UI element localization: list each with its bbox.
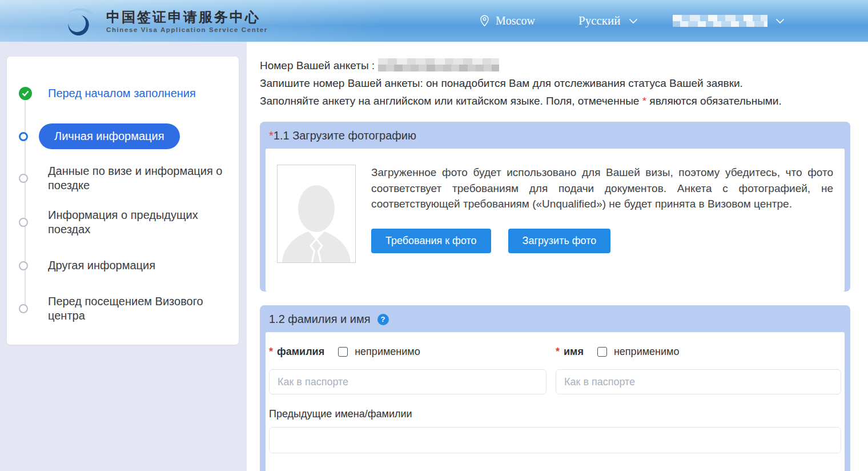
steps-card: Перед началом заполнения Личная информац… (7, 57, 239, 345)
chevron-down-icon (629, 18, 638, 24)
note-track-status: Запишите номер Вашей анкеты: он понадоби… (260, 74, 868, 92)
step-label: Перед началом заполнения (48, 86, 196, 101)
photo-buttons-row: Требования к фото Загрузить фото (371, 229, 833, 253)
photo-upload-info: Загруженное фото будет использовано для … (371, 165, 833, 263)
given-name-label: имя (564, 346, 584, 358)
given-name-not-applicable-checkbox[interactable] (597, 347, 607, 357)
language-label: Русский (578, 14, 621, 28)
location-selector[interactable]: Moscow (480, 0, 535, 42)
form-number-line: Номер Вашей анкеты : (260, 57, 868, 74)
step-todo-circle-icon (19, 218, 28, 227)
previous-names-label: Предыдущие имена/фамилии (269, 408, 841, 420)
logo-swirl-icon (62, 6, 98, 36)
top-header: 中国签证申请服务中心 Chinese Visa Application Serv… (0, 0, 868, 42)
section-photo-header: *1.1 Загрузите фотографию (260, 122, 850, 149)
given-name-column: * имя неприменимо (556, 346, 841, 394)
sidebar-step-previous-trips[interactable]: Информация о предыдущих поездах (7, 208, 239, 237)
form-number-label: Номер Вашей анкеты : (260, 59, 375, 71)
steps-list: Перед началом заполнения Личная информац… (7, 57, 239, 323)
surname-column: * фамилия неприменимо (269, 346, 546, 394)
required-asterisk: * (269, 346, 273, 358)
section-photo-title: 1.1 Загрузите фотографию (274, 129, 416, 142)
required-asterisk: * (556, 346, 560, 358)
required-asterisk: * (642, 95, 646, 107)
previous-names-input[interactable] (269, 427, 841, 453)
logo-title-zh: 中国签证申请服务中心 (106, 10, 268, 25)
step-label: Другая информация (48, 258, 155, 273)
sidebar-step-before-filling[interactable]: Перед началом заполнения (7, 86, 239, 101)
given-name-input[interactable] (556, 369, 841, 394)
active-step-pill: Личная информация (39, 123, 180, 149)
step-todo-circle-icon (19, 261, 28, 270)
photo-description: Загруженное фото будет использовано для … (371, 165, 833, 212)
given-name-label-row: * имя неприменимо (556, 346, 841, 358)
note-language-requirement: Заполняйте анкету на английском или кита… (260, 92, 868, 110)
sidebar-column: Перед началом заполнения Личная информац… (0, 42, 247, 471)
cvasc-logo: 中国签证申请服务中心 Chinese Visa Application Serv… (62, 6, 268, 36)
step-todo-circle-icon (19, 304, 28, 313)
sidebar-step-other-info[interactable]: Другая информация (7, 258, 239, 273)
language-selector[interactable]: Русский (578, 0, 638, 42)
step-todo-circle-icon (19, 174, 28, 183)
logo-subtitle-en: Chinese Visa Application Service Center (106, 26, 268, 33)
visa-application-page: 中国签证申请服务中心 Chinese Visa Application Serv… (0, 0, 868, 471)
surname-label-row: * фамилия неприменимо (269, 346, 546, 358)
chevron-down-icon (775, 18, 785, 24)
surname-not-applicable-checkbox[interactable] (338, 347, 348, 357)
user-account-menu[interactable] (673, 0, 785, 42)
required-asterisk: * (269, 129, 274, 142)
section-name-header: 1.2 фамилия и имя ? (260, 305, 850, 332)
step-label: Перед посещением Визового центра (48, 294, 226, 323)
name-fields-row: * фамилия неприменимо * имя неприменимо (269, 346, 841, 394)
section-photo-upload: *1.1 Загрузите фотографию Загруженное фо… (260, 122, 850, 292)
surname-not-applicable-label: неприменимо (355, 346, 420, 358)
section-name-title: 1.2 фамилия и имя (269, 313, 371, 326)
help-icon[interactable]: ? (377, 314, 389, 325)
section-name-body: * фамилия неприменимо * имя неприменимо (266, 332, 845, 471)
section-name: 1.2 фамилия и имя ? * фамилия неприменим… (260, 305, 850, 471)
location-pin-icon (480, 15, 489, 27)
photo-requirements-button[interactable]: Требования к фото (371, 229, 491, 253)
step-label: Информация о предыдущих поездах (48, 208, 226, 237)
sidebar-step-personal-info[interactable]: Личная информация (7, 123, 239, 149)
note-lang-suffix: являются обязательными. (649, 95, 781, 107)
logo-text: 中国签证申请服务中心 Chinese Visa Application Serv… (106, 10, 268, 33)
surname-input[interactable] (269, 369, 546, 394)
main-content: Номер Вашей анкеты : Запишите номер Ваше… (247, 42, 868, 471)
step-active-circle-icon (19, 132, 28, 141)
note-lang-prefix: Заполняйте анкету на английском или кита… (260, 95, 639, 107)
photo-placeholder (277, 165, 356, 263)
location-label: Moscow (496, 14, 535, 27)
intro-notes: Номер Вашей анкеты : Запишите номер Ваше… (260, 57, 868, 110)
user-name-redacted (673, 15, 767, 27)
step-label: Данные по визе и информация о поездке (48, 164, 226, 193)
form-number-redacted (378, 58, 499, 71)
section-photo-body: Загруженное фото будет использовано для … (266, 149, 845, 292)
sidebar-step-before-visit[interactable]: Перед посещением Визового центра (7, 294, 239, 323)
person-silhouette-icon (278, 165, 355, 262)
surname-label: фамилия (277, 346, 324, 358)
upload-photo-button[interactable]: Загрузить фото (508, 229, 611, 253)
step-done-check-icon (19, 87, 32, 100)
given-name-not-applicable-label: неприменимо (614, 346, 680, 358)
sidebar-step-visa-trip-info[interactable]: Данные по визе и информация о поездке (7, 164, 239, 193)
